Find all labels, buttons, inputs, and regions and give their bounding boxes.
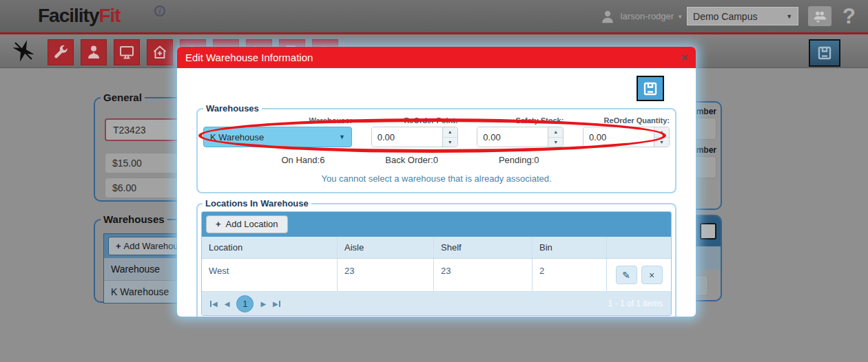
spinner-up-icon[interactable]: ▲ — [548, 127, 563, 138]
campus-caret-icon: ▼ — [786, 13, 792, 20]
locations-grid-toolbar: +Add Location — [202, 212, 671, 237]
tools-button[interactable] — [48, 39, 74, 65]
spinner-up-icon[interactable]: ▲ — [443, 127, 457, 138]
add-warehouse-label: Add Warehou — [124, 241, 178, 251]
pager-next-icon: ▶ — [260, 300, 266, 308]
reorder-qty-label: ReOrder Quantity: — [604, 116, 670, 125]
col-shelf: Shelf — [434, 237, 533, 258]
facilityfit-app: FacilityFit i larson-rodger ▼ Demo Campu… — [0, 0, 868, 362]
home-plus-icon — [152, 44, 168, 61]
user-icon — [85, 44, 102, 61]
general-legend: General — [101, 92, 145, 103]
edit-location-button[interactable]: ✎ — [616, 266, 637, 284]
home-add-button[interactable] — [147, 39, 173, 65]
pager-next-button[interactable]: ▶ — [260, 300, 266, 308]
back-order-label: Back Order: — [385, 155, 433, 165]
reorder-point-input[interactable] — [372, 127, 442, 147]
pager-first-icon: ◀ — [212, 300, 218, 308]
reorder-qty-input[interactable] — [583, 127, 654, 147]
add-location-button[interactable]: +Add Location — [206, 215, 288, 233]
reorder-point-spinner[interactable]: ▲ ▼ — [442, 127, 457, 147]
reorder-qty-spinner[interactable]: ▲ ▼ — [654, 127, 669, 147]
pager-prev-button[interactable]: ◀ — [225, 300, 230, 308]
campus-select[interactable]: Demo Campus ▼ — [687, 7, 798, 25]
safety-stock-label: Safety Stock: — [516, 116, 564, 125]
locations-fieldset: Locations In Warehouse +Add Location Loc… — [196, 198, 676, 317]
feedback-button[interactable] — [808, 6, 831, 26]
warehouse-label: Warehouse: — [309, 116, 352, 125]
warehouse-dropdown-value: K Warehouse — [210, 132, 264, 142]
save-disk-icon — [642, 81, 659, 97]
delete-location-button[interactable]: × — [641, 266, 663, 284]
on-hand-stat: On Hand:6 — [281, 155, 324, 165]
plus-icon: + — [216, 219, 221, 229]
people-chat-icon — [812, 9, 828, 24]
spinner-down-icon[interactable]: ▼ — [443, 138, 457, 147]
locations-header-row: Location Aisle Shelf Bin — [202, 237, 671, 259]
monitor-icon — [118, 44, 135, 61]
spinner-down-icon[interactable]: ▼ — [548, 138, 563, 147]
warehouses-bg-legend: Warehouses — [101, 213, 167, 225]
wrench-icon — [52, 44, 69, 61]
user-menu[interactable]: larson-rodger — [621, 11, 674, 21]
col-aisle: Aisle — [338, 237, 434, 258]
pager-page-1[interactable]: 1 — [236, 295, 254, 312]
info-icon[interactable]: i — [154, 6, 165, 17]
warehouse-field-group: Warehouse: K Warehouse ▼ — [203, 116, 352, 147]
spinner-up-icon[interactable]: ▲ — [654, 127, 669, 138]
spinner-down-icon[interactable]: ▼ — [654, 138, 669, 147]
pending-stat: Pending:0 — [499, 155, 539, 165]
pending-label: Pending: — [499, 155, 534, 165]
safety-stock-input[interactable] — [477, 127, 548, 147]
locations-grid: +Add Location Location Aisle Shelf Bin W… — [201, 211, 672, 316]
locations-legend: Locations In Warehouse — [203, 198, 311, 209]
warehouse-dropdown[interactable]: K Warehouse ▼ — [203, 127, 352, 147]
warehouse-warning-text: You cannot select a warehouse that is al… — [202, 173, 671, 184]
dialog-titlebar[interactable]: Edit Warehouse Information × — [177, 47, 696, 68]
col-actions — [607, 237, 671, 258]
pager-prev-icon: ◀ — [225, 300, 230, 308]
location-table-row[interactable]: West 23 23 2 ✎ × — [202, 259, 671, 292]
close-icon[interactable]: × — [681, 52, 688, 64]
help-button[interactable]: ? — [843, 6, 856, 27]
avatar-icon — [600, 8, 615, 25]
add-warehouse-button[interactable]: +Add Warehou — [108, 237, 186, 255]
delete-x-icon: × — [649, 270, 654, 281]
cell-bin: 2 — [533, 259, 607, 291]
on-hand-label: On Hand: — [281, 155, 320, 165]
plus-icon: + — [116, 241, 121, 251]
logo-part1: Facility — [38, 5, 99, 26]
on-hand-value: 6 — [320, 155, 324, 165]
facilityfit-logo: FacilityFit — [38, 5, 121, 27]
warehouses-legend: Warehouses — [203, 103, 262, 114]
stock-stats: On Hand:6 Back Order:0 Pending:0 — [177, 155, 645, 165]
pending-value: 0 — [534, 155, 539, 165]
pager-status: 1 - 1 of 1 items — [608, 299, 663, 308]
dialog-title: Edit Warehouse Information — [185, 52, 313, 63]
logo-part2: Fit — [99, 5, 120, 26]
reorder-point-label: ReOrder Point: — [404, 116, 457, 125]
reorder-point-group: ReOrder Point: ▲ ▼ — [371, 116, 458, 147]
select-all-checkbox[interactable] — [700, 223, 716, 239]
warehouses-fieldset: Warehouses Warehouse: K Warehouse ▼ ReOr… — [196, 103, 676, 193]
pencil-icon: ✎ — [622, 270, 630, 281]
reorder-qty-group: ReOrder Quantity: ▲ ▼ — [583, 116, 670, 147]
save-disk-icon — [816, 45, 833, 61]
pager-last-button[interactable]: ▶ — [273, 300, 280, 308]
displays-button[interactable] — [114, 39, 140, 65]
pager-last-icon: ▶ — [273, 300, 278, 308]
dropdown-caret-icon: ▼ — [339, 134, 345, 140]
safety-stock-group: Safety Stock: ▲ ▼ — [477, 116, 564, 147]
campus-select-value: Demo Campus — [693, 11, 757, 22]
user-caret-icon[interactable]: ▼ — [677, 14, 683, 20]
compass-icon[interactable] — [11, 39, 36, 63]
dialog-save-button[interactable] — [637, 76, 664, 101]
users-button[interactable] — [81, 39, 107, 65]
back-order-stat: Back Order:0 — [385, 155, 438, 165]
safety-stock-spinner[interactable]: ▲ ▼ — [548, 127, 563, 147]
pager-first-button[interactable]: ◀ — [210, 300, 218, 308]
back-order-value: 0 — [433, 155, 438, 165]
app-header: FacilityFit i larson-rodger ▼ Demo Campu… — [0, 0, 868, 32]
toolbar-save-button[interactable] — [809, 39, 840, 67]
cell-aisle: 23 — [338, 259, 434, 291]
